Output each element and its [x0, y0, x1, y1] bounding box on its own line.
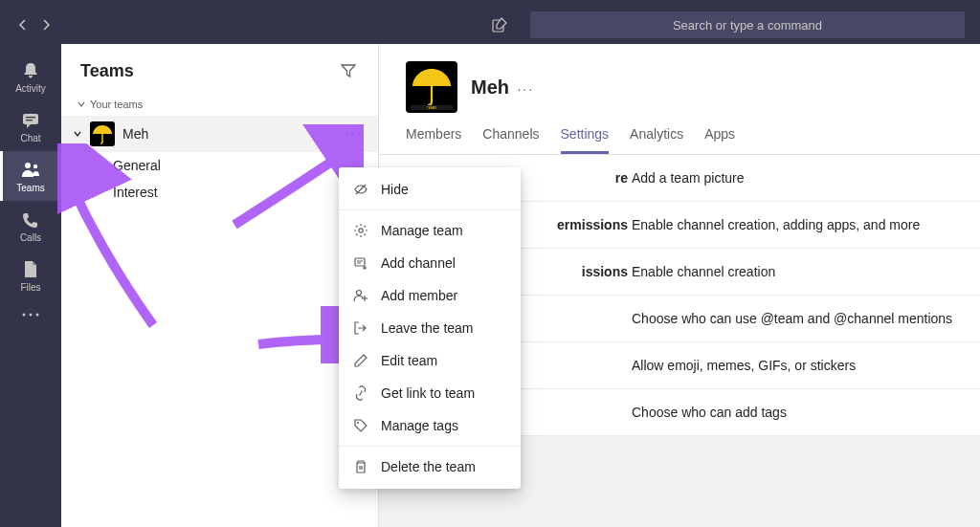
nav-forward-button[interactable] [38, 17, 54, 33]
content-avatar: TEAMS [406, 61, 457, 113]
rail-activity[interactable]: Activity [0, 52, 61, 101]
rail-label: Activity [15, 83, 46, 94]
rail-chat[interactable]: Chat [0, 101, 61, 151]
menu-hide[interactable]: Hide [339, 173, 521, 206]
file-icon [20, 259, 41, 280]
svg-text:TEAMS: TEAMS [427, 106, 436, 110]
svg-point-7 [30, 314, 33, 317]
tab-members[interactable]: Members [406, 126, 461, 154]
tag-icon [352, 417, 369, 434]
setting-desc: Enable channel creation, adding apps, an… [632, 217, 920, 232]
rail-label: Teams [16, 183, 44, 193]
teams-icon [20, 160, 41, 181]
team-name: Meh [122, 126, 148, 142]
menu-manage-tags[interactable]: Manage tags [339, 409, 521, 442]
svg-rect-2 [26, 117, 35, 118]
pencil-icon [352, 352, 369, 369]
channel-interest[interactable]: Interest [61, 179, 378, 206]
tabs: Members Channels Settings Analytics Apps [406, 126, 953, 154]
setting-desc: Add a team picture [632, 170, 745, 186]
svg-point-5 [33, 164, 37, 167]
gear-icon [352, 222, 369, 239]
nav-arrows [15, 17, 54, 33]
svg-point-8 [36, 314, 39, 317]
team-row-meh[interactable]: Meh ··· [61, 116, 378, 152]
content-title-wrap: Meh ··· [471, 77, 534, 99]
tab-apps[interactable]: Apps [704, 126, 735, 154]
add-person-icon [352, 287, 369, 304]
menu-manage-team[interactable]: Manage team [339, 214, 521, 247]
content-header: TEAMS Meh ··· Members Channels Settings … [379, 44, 980, 155]
app-rail: Activity Chat Teams Calls Files [0, 44, 61, 527]
bell-icon [20, 60, 41, 81]
svg-point-14 [359, 229, 363, 232]
leave-icon [352, 319, 369, 337]
setting-desc: Allow emoji, memes, GIFs, or stickers [632, 358, 856, 373]
svg-point-23 [357, 422, 359, 424]
svg-point-4 [25, 163, 31, 168]
setting-desc: Choose who can add tags [632, 405, 787, 420]
tab-settings[interactable]: Settings [561, 126, 610, 154]
rail-teams[interactable]: Teams [0, 151, 61, 201]
rail-files[interactable]: Files [0, 251, 61, 300]
menu-delete-team[interactable]: Delete the team [339, 450, 521, 483]
content-title-row: TEAMS Meh ··· [406, 61, 953, 113]
rail-more-button[interactable] [13, 304, 48, 325]
menu-divider [339, 446, 521, 447]
setting-desc: Choose who can use @team and @channel me… [632, 311, 952, 326]
nav-back-button[interactable] [15, 17, 31, 33]
topbar [0, 6, 980, 44]
menu-add-channel[interactable]: Add channel [339, 247, 521, 279]
svg-rect-3 [26, 120, 33, 121]
svg-rect-15 [355, 258, 365, 266]
team-context-menu: Hide Manage team Add channel Add member … [339, 167, 521, 489]
phone-icon [20, 209, 41, 231]
filter-icon[interactable] [340, 62, 359, 81]
chat-icon [20, 110, 41, 131]
chevron-down-icon [73, 129, 82, 139]
team-avatar [90, 121, 115, 146]
rail-label: Files [20, 282, 40, 293]
trash-icon [352, 458, 369, 475]
add-channel-icon [352, 254, 369, 272]
compose-icon[interactable] [488, 13, 511, 36]
rail-label: Chat [20, 133, 40, 143]
menu-divider [339, 209, 521, 210]
teams-title: Teams [80, 61, 134, 81]
menu-edit-team[interactable]: Edit team [339, 344, 521, 377]
menu-get-link[interactable]: Get link to team [339, 377, 521, 409]
content-title-more[interactable]: ··· [517, 81, 534, 97]
teams-header: Teams [61, 44, 378, 93]
teams-panel: Teams Your teams Meh ··· General Interes… [61, 44, 379, 527]
search-input[interactable] [530, 11, 965, 38]
svg-rect-1 [23, 114, 38, 124]
svg-point-6 [23, 314, 26, 317]
content-title: Meh [471, 77, 509, 98]
rail-label: Calls [20, 232, 41, 243]
tab-channels[interactable]: Channels [482, 126, 539, 154]
menu-add-member[interactable]: Add member [339, 279, 521, 312]
rail-calls[interactable]: Calls [0, 201, 61, 251]
link-icon [352, 384, 369, 402]
chevron-down-icon [77, 99, 86, 109]
hide-icon [352, 181, 369, 198]
tab-analytics[interactable]: Analytics [630, 126, 683, 154]
your-teams-label[interactable]: Your teams [61, 93, 378, 116]
setting-desc: Enable channel creation [632, 264, 775, 279]
svg-point-20 [357, 291, 362, 296]
channel-general[interactable]: General [61, 152, 378, 179]
menu-leave-team[interactable]: Leave the team [339, 312, 521, 344]
team-more-button[interactable]: ··· [341, 121, 367, 146]
